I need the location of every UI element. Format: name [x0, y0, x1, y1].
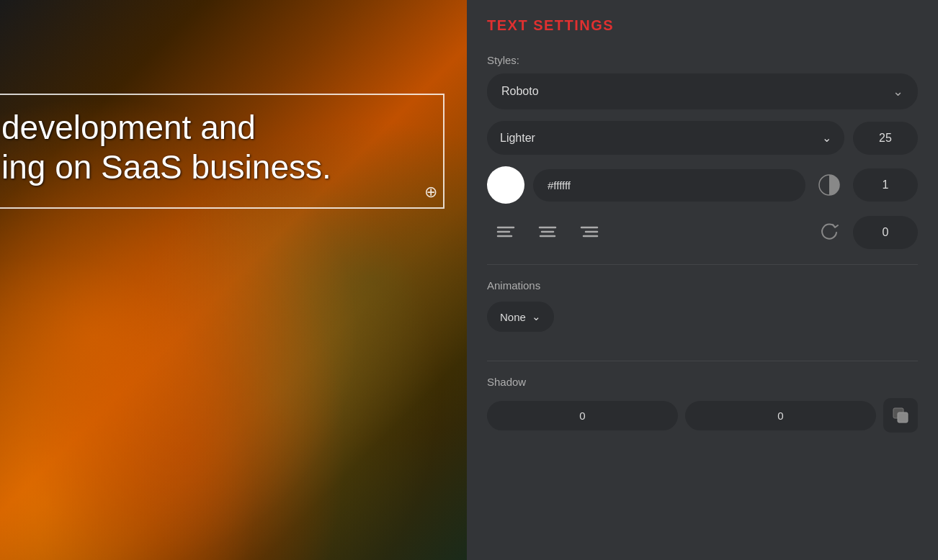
font-weight-dropdown[interactable]: Lighter ⌄: [487, 121, 844, 155]
opacity-icon: [814, 170, 844, 200]
alignment-row: 0: [487, 215, 918, 250]
canvas-area: development and ing on SaaS business. ⊕: [0, 0, 467, 560]
styles-label: Styles:: [487, 54, 918, 66]
chevron-down-icon-2: ⌄: [822, 131, 831, 145]
align-center-button[interactable]: [529, 215, 566, 250]
font-weight-value: Lighter: [500, 132, 535, 145]
move-cursor-icon: ⊕: [424, 183, 437, 202]
align-right-button[interactable]: [571, 215, 608, 250]
font-family-dropdown[interactable]: Roboto ⌄: [487, 73, 918, 109]
color-hex-input[interactable]: #ffffff: [533, 169, 805, 202]
align-left-button[interactable]: [487, 215, 524, 250]
rotate-icon: [814, 217, 844, 248]
shadow-label: Shadow: [487, 376, 918, 388]
canvas-text: development and ing on SaaS business.: [1, 108, 429, 187]
chevron-down-icon-3: ⌄: [532, 310, 541, 323]
divider-2: [487, 361, 918, 361]
animations-label: Animations: [487, 279, 918, 292]
panel-title: TEXT SETTINGS: [487, 17, 918, 34]
font-size-input[interactable]: 25: [853, 122, 918, 155]
chevron-down-icon: ⌄: [893, 83, 903, 99]
color-picker-circle[interactable]: [487, 166, 524, 204]
shadow-x-input[interactable]: 0: [487, 401, 678, 430]
font-weight-size-row: Lighter ⌄ 25: [487, 121, 918, 155]
font-family-value: Roboto: [501, 85, 539, 98]
alignment-group: [487, 215, 608, 250]
opacity-input[interactable]: 1: [853, 168, 918, 202]
text-selection-box[interactable]: development and ing on SaaS business. ⊕: [0, 94, 445, 209]
animation-dropdown[interactable]: None ⌄: [487, 302, 554, 332]
settings-panel: TEXT SETTINGS Styles: Roboto ⌄ Lighter ⌄…: [467, 0, 938, 560]
color-row: #ffffff 1: [487, 166, 918, 204]
fire-overlay: [0, 0, 467, 560]
rotation-input[interactable]: 0: [853, 216, 918, 249]
animation-value: None: [500, 311, 526, 323]
shadow-color-box[interactable]: [883, 398, 918, 433]
shadow-row: 0 0: [487, 398, 918, 433]
svg-rect-11: [898, 412, 908, 423]
shadow-y-input[interactable]: 0: [685, 401, 876, 430]
divider-1: [487, 264, 918, 265]
